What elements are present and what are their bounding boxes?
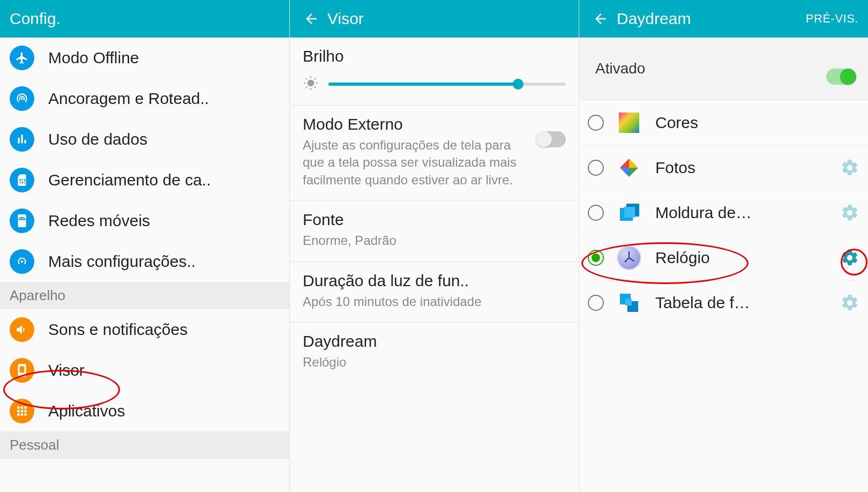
back-icon[interactable]: [300, 11, 323, 27]
apps-icon: [10, 399, 34, 423]
list-item-more[interactable]: Mais configurações..: [0, 241, 289, 282]
dd-item-label: Tabela de f…: [655, 294, 835, 312]
section-pessoal: Pessoal: [0, 431, 289, 459]
airplane-icon: [10, 46, 34, 70]
list-item-label: Mais configurações..: [48, 252, 280, 271]
slider-thumb[interactable]: [513, 79, 523, 90]
daydream-sub: Relógio: [303, 354, 566, 371]
status-row[interactable]: Ativado: [579, 38, 868, 100]
font-block[interactable]: Fonte Enorme, Padrão: [290, 201, 579, 262]
list-item-hotspot[interactable]: Ancoragem e Rotead..: [0, 78, 289, 119]
list-item-apps[interactable]: Aplicativos: [0, 391, 289, 431]
gear-icon[interactable]: [840, 293, 859, 312]
radio[interactable]: [588, 250, 604, 266]
backlight-sub: Após 10 minutos de inatividade: [303, 293, 566, 310]
daydream-block[interactable]: Daydream Relógio: [290, 323, 579, 383]
annotation-daydream-arc: [289, 413, 324, 481]
appbar-visor: Visor: [290, 0, 579, 38]
back-icon[interactable]: [589, 11, 612, 27]
font-sub: Enorme, Padrão: [303, 232, 566, 249]
list-item-sim[interactable]: Gerenciamento de ca..: [0, 160, 289, 200]
daydream-item-cores[interactable]: Cores: [579, 100, 868, 145]
list-item-label: Aplicativos: [48, 402, 280, 420]
radio[interactable]: [588, 295, 604, 311]
slider-track[interactable]: [328, 83, 566, 86]
brightness-block[interactable]: Brilho: [290, 38, 579, 106]
display-icon: [10, 358, 34, 383]
daydream-title: Daydream: [303, 332, 566, 351]
list-item-label: Sons e notificações: [48, 320, 280, 339]
brightness-label: Brilho: [303, 47, 566, 65]
appbar-config: Config.: [0, 0, 289, 38]
clock-icon: [617, 245, 641, 270]
dd-item-label: Relógio: [655, 249, 835, 267]
photos-icon: [617, 155, 641, 180]
colors-icon: [617, 110, 641, 135]
table-icon: [617, 290, 641, 315]
list-item-label: Visor: [48, 361, 280, 379]
slider-fill: [328, 83, 518, 86]
list-item-label: Uso de dados: [48, 130, 280, 148]
list-item-label: Modo Offline: [48, 49, 280, 67]
list-item-label: Gerenciamento de ca..: [48, 171, 280, 189]
svg-point-0: [21, 98, 23, 100]
bar-chart-icon: [10, 127, 34, 152]
gear-icon[interactable]: [840, 158, 859, 177]
list-item-label: Redes móveis: [48, 212, 280, 230]
status-label: Ativado: [595, 60, 645, 77]
more-icon: [10, 249, 34, 274]
dd-item-label: Cores: [655, 114, 840, 132]
appbar-title: Daydream: [617, 10, 806, 28]
radio[interactable]: [588, 160, 604, 176]
svg-rect-1: [619, 113, 639, 133]
gear-icon[interactable]: [840, 203, 859, 222]
daydream-item-fotos[interactable]: Fotos: [579, 145, 868, 190]
list-item-mobile[interactable]: Redes móveis: [0, 200, 289, 241]
dd-item-label: Fotos: [655, 159, 835, 177]
list-item-visor[interactable]: Visor: [0, 350, 289, 391]
preview-action[interactable]: PRÉ-VIS.: [806, 12, 858, 26]
appbar-title: Config.: [10, 10, 280, 28]
appbar-title: Visor: [327, 10, 569, 28]
backlight-title: Duração da luz de fun..: [303, 272, 566, 290]
sim-icon: [10, 168, 34, 192]
brightness-slider[interactable]: [303, 75, 566, 93]
frame-icon: [617, 200, 641, 225]
settings-panel: Config. Modo Offline Ancoragem e Rotead.…: [0, 0, 289, 492]
list-item-sounds[interactable]: Sons e notificações: [0, 309, 289, 350]
gear-icon[interactable]: [840, 248, 859, 267]
hotspot-icon: [10, 86, 34, 111]
outdoor-block[interactable]: Modo Externo Ajuste as configurações de …: [290, 106, 579, 201]
daydream-item-relogio[interactable]: Relógio: [579, 235, 868, 280]
outdoor-switch[interactable]: [536, 131, 566, 147]
backlight-block[interactable]: Duração da luz de fun.. Após 10 minutos …: [290, 262, 579, 323]
mobile-network-icon: [10, 208, 34, 233]
appbar-daydream: Daydream PRÉ-VIS.: [579, 0, 868, 38]
list-item-airplane[interactable]: Modo Offline: [0, 38, 289, 78]
outdoor-title: Modo Externo: [303, 115, 527, 133]
daydream-panel: Daydream PRÉ-VIS. Ativado Cores Fotos: [579, 0, 868, 492]
svg-rect-4: [624, 207, 635, 218]
daydream-item-moldura[interactable]: Moldura de…: [579, 190, 868, 235]
radio[interactable]: [588, 205, 604, 221]
dd-item-label: Moldura de…: [655, 204, 835, 222]
svg-rect-7: [625, 299, 632, 305]
brightness-icon: [303, 75, 319, 93]
settings-list: Modo Offline Ancoragem e Rotead.. Uso de…: [0, 38, 289, 459]
visor-panel: Visor Brilho Modo Externo Ajuste as conf…: [289, 0, 579, 492]
font-title: Fonte: [303, 211, 566, 229]
outdoor-desc: Ajuste as configurações de tela para que…: [303, 137, 527, 189]
radio[interactable]: [588, 115, 604, 131]
list-item-label: Ancoragem e Rotead..: [48, 90, 280, 108]
list-item-datausage[interactable]: Uso de dados: [0, 119, 289, 160]
sound-icon: [10, 317, 34, 342]
daydream-item-tabela[interactable]: Tabela de f…: [579, 280, 868, 325]
daydream-switch[interactable]: [826, 69, 856, 85]
section-aparelho: Aparelho: [0, 282, 289, 309]
